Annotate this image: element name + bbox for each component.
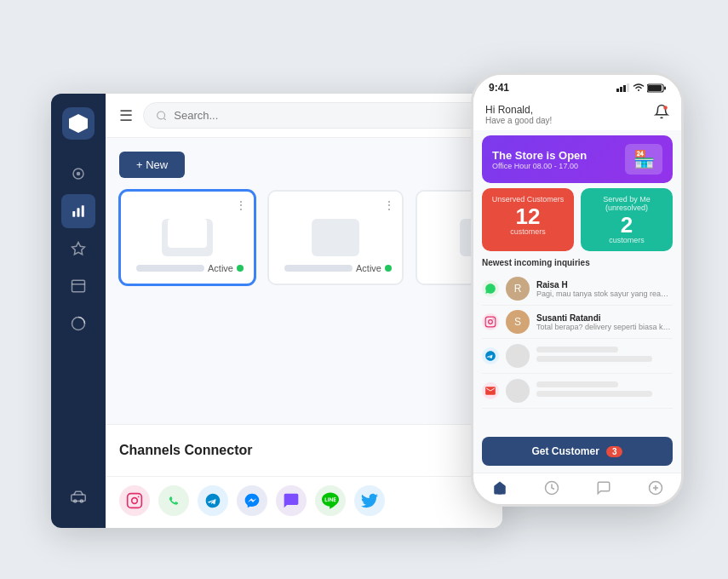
inquiry-item-1[interactable]: R Raisa H Pagi, mau tanya stok sayur yan…	[482, 272, 673, 306]
sidebar	[51, 94, 106, 528]
search-icon	[156, 110, 167, 122]
card-menu-2[interactable]: ⋮	[383, 198, 395, 212]
card-thumbnail-inner-1	[168, 219, 207, 248]
stat-card-unserved: Unserved Customers 12 customers	[482, 188, 574, 251]
get-customer-button[interactable]: Get Customer 3	[482, 437, 673, 466]
connector-title: Channels Connector	[119, 443, 252, 458]
line-icon[interactable]	[315, 485, 346, 516]
stat-number-served: 2	[589, 214, 664, 236]
customer-badge: 3	[606, 446, 623, 457]
chat-icon[interactable]	[276, 485, 307, 516]
svg-line-13	[163, 118, 165, 119]
phone-content: Hi Ronald, Have a good day! The Store is…	[473, 97, 681, 473]
store-subtitle: Office Hour 08.00 - 17.00	[492, 162, 587, 170]
svg-rect-3	[77, 208, 80, 217]
svg-point-16	[132, 498, 138, 504]
svg-point-27	[489, 320, 493, 324]
twitter-icon[interactable]	[354, 485, 385, 516]
placeholder-line-long-1	[536, 356, 652, 362]
card-thumbnail-2	[312, 219, 359, 256]
svg-rect-2	[72, 211, 75, 217]
battery-icon	[647, 83, 666, 93]
inquiries-section: Newest incoming inquiries R Raisa H Pagi…	[473, 258, 681, 430]
card-status-bar-2	[284, 265, 353, 272]
inquiry-info-1: Raisa H Pagi, mau tanya stok sayur yang …	[536, 280, 673, 298]
sidebar-item-analytics[interactable]	[61, 194, 95, 228]
svg-point-17	[138, 496, 140, 498]
phone-time: 9:41	[489, 82, 509, 94]
card-status-2: Active	[279, 263, 392, 273]
telegram-platform-icon-ph	[482, 347, 499, 364]
svg-point-28	[493, 318, 494, 319]
svg-rect-15	[128, 494, 142, 508]
inquiry-item-2[interactable]: S Susanti Ratandi Total berapa? delivery…	[482, 306, 673, 339]
card-status-label-1: Active	[208, 263, 233, 273]
placeholder-lines-1	[536, 347, 673, 365]
svg-rect-20	[623, 85, 626, 92]
nav-clock[interactable]	[544, 480, 559, 496]
main-content: ☰ ⛶ + New ⋮	[106, 94, 502, 528]
greeting-hi: Hi Ronald,	[485, 104, 552, 116]
channel-card-1[interactable]: ⋮ Active	[119, 190, 255, 285]
whatsapp-platform-icon	[482, 280, 499, 297]
placeholder-line-short-1	[536, 347, 618, 353]
inquiry-avatar-2: S	[506, 310, 530, 334]
inquiry-avatar-1: R	[506, 277, 530, 301]
sidebar-item-inbox[interactable]	[61, 269, 95, 303]
content-area: + New ⋮ Active	[106, 138, 502, 424]
logo-shape	[69, 114, 88, 133]
status-dot-2	[385, 265, 392, 272]
svg-rect-26	[485, 317, 496, 327]
inquiry-msg-2: Total berapa? delivery seperti biasa kan…	[536, 323, 673, 331]
nav-home[interactable]	[492, 480, 507, 496]
desktop-app: ☰ ⛶ + New ⋮	[51, 94, 502, 528]
phone-nav	[473, 473, 681, 504]
placeholder-lines-2	[536, 381, 673, 400]
inquiry-info-2: Susanti Ratandi Total berapa? delivery s…	[536, 313, 673, 331]
home-nav-icon	[492, 480, 507, 496]
stat-number-unserved: 12	[490, 205, 565, 227]
wifi-icon	[633, 83, 645, 92]
sidebar-item-settings[interactable]	[61, 232, 95, 266]
card-status-1: Active	[131, 263, 244, 273]
inquiry-placeholder-2	[482, 374, 673, 409]
add-nav-icon	[648, 480, 663, 496]
instagram-platform-icon	[482, 313, 499, 330]
bell-icon[interactable]	[654, 104, 669, 123]
status-dot-1	[237, 265, 244, 272]
hamburger-icon[interactable]: ☰	[119, 106, 133, 125]
store-banner: The Store is Open Office Hour 08.00 - 17…	[482, 135, 673, 183]
channel-card-2[interactable]: ⋮ Active	[267, 190, 404, 285]
social-icons-row	[106, 476, 502, 528]
inquiry-placeholder-1	[482, 339, 673, 374]
chat-nav-icon	[596, 480, 611, 496]
placeholder-circle-1	[506, 344, 530, 368]
search-input[interactable]	[174, 109, 502, 122]
nav-add[interactable]	[648, 480, 663, 496]
new-button[interactable]: + New	[119, 152, 185, 178]
topbar: ☰ ⛶	[106, 94, 502, 138]
nav-chat[interactable]	[596, 480, 611, 496]
card-status-label-2: Active	[356, 263, 381, 273]
greeting-sub: Have a good day!	[485, 116, 552, 125]
stat-card-served: Served by Me (unresolved) 2 customers	[581, 188, 673, 251]
sidebar-item-car[interactable]	[61, 480, 95, 514]
gmail-platform-icon	[482, 382, 499, 399]
search-bar[interactable]	[143, 102, 502, 129]
svg-marker-5	[72, 243, 85, 255]
messenger-icon[interactable]	[237, 485, 267, 516]
stat-label-served: Served by Me (unresolved)	[589, 195, 664, 212]
instagram-icon[interactable]	[119, 485, 150, 516]
stat-sublabel-served: customers	[589, 236, 664, 244]
svg-rect-21	[627, 83, 629, 92]
cards-grid: ⋮ Active ⋮	[119, 190, 502, 285]
whatsapp-icon[interactable]	[158, 485, 189, 516]
placeholder-line-short-2	[536, 381, 618, 387]
stats-row: Unserved Customers 12 customers Served b…	[482, 188, 673, 251]
telegram-icon[interactable]	[198, 485, 228, 516]
card-menu-1[interactable]: ⋮	[235, 198, 247, 212]
sidebar-item-reports[interactable]	[61, 307, 95, 341]
phone-status-icons	[616, 83, 666, 93]
svg-rect-18	[616, 89, 619, 92]
sidebar-item-dashboard[interactable]	[61, 157, 95, 191]
